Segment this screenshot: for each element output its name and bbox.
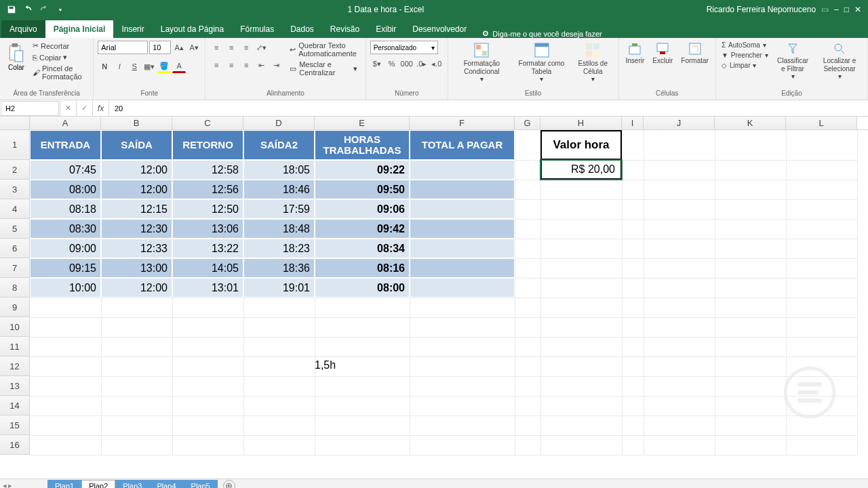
sheet-tab-Plan5[interactable]: Plan5 [184,480,218,489]
cut-button[interactable]: ✂Recortar [31,41,89,51]
cell-B6[interactable]: 12:33 [101,239,172,258]
cell-A6[interactable]: 09:00 [30,239,101,258]
cell-H2[interactable]: R$ 20,00 [540,160,622,180]
col-header-J[interactable]: J [644,117,715,129]
row-header-1[interactable]: 1 [0,130,30,160]
row-header-3[interactable]: 3 [0,180,30,199]
grow-font-icon[interactable]: A▴ [172,41,186,54]
col-header-F[interactable]: F [410,117,515,129]
cell-D8[interactable]: 19:01 [243,278,315,298]
tab-home[interactable]: Página Inicial [45,20,114,38]
cell-E4[interactable]: 09:06 [315,199,410,219]
close-icon[interactable]: ✕ [854,5,861,14]
italic-button[interactable]: I [113,60,126,73]
cell-C7[interactable]: 14:05 [172,258,243,278]
cell-A2[interactable]: 07:45 [30,160,101,180]
cell-C8[interactable]: 13:01 [172,278,243,298]
font-color-button[interactable]: A [172,60,186,73]
cell-F7[interactable] [410,258,515,278]
wrap-text-button[interactable]: ↩Quebrar Texto Automaticamente [285,41,361,58]
row-header-14[interactable]: 14 [0,396,30,415]
tab-layout[interactable]: Layout da Página [153,20,232,38]
cell-E2[interactable]: 09:22 [315,160,410,180]
paste-button[interactable]: Colar [4,41,28,88]
undo-icon[interactable] [22,3,34,16]
align-center-icon[interactable]: ≡ [224,58,238,72]
cell-E7[interactable]: 08:16 [315,258,410,278]
fill-button[interactable]: ▼Preencher ▾ [720,51,770,60]
delete-cells-button[interactable]: Excluir [650,41,675,88]
cell-C2[interactable]: 12:58 [172,160,243,180]
table-header-cell[interactable]: RETORNO [172,130,243,160]
merge-button[interactable]: ▭Mesclar e Centralizar ▾ [285,60,361,77]
add-sheet-button[interactable]: ⊕ [223,480,235,489]
tab-formulas[interactable]: Fórmulas [232,20,282,38]
cell-D5[interactable]: 18:48 [243,219,315,239]
sheet-next-icon[interactable]: ▸ [8,481,12,488]
indent-increase-icon[interactable]: ⇥ [269,58,283,72]
valor-hora-label[interactable]: Valor hora [540,130,622,160]
row-header-11[interactable]: 11 [0,337,30,357]
copy-button[interactable]: ⎘Copiar ▾ [31,52,89,62]
fill-color-button[interactable]: 🪣 [157,60,171,73]
cell-B3[interactable]: 12:00 [101,180,172,199]
cell-F6[interactable] [410,239,515,258]
paint-button[interactable]: 🖌Pincel de Formatação [31,64,89,81]
tab-dev[interactable]: Desenvolvedor [404,20,475,38]
sheet-tab-Plan4[interactable]: Plan4 [149,480,183,489]
cell-C6[interactable]: 13:22 [172,239,243,258]
find-select-button[interactable]: Localizar e Selecionar▾ [816,41,863,88]
tell-me-search[interactable]: Diga-me o que você deseja fazer [475,30,608,38]
cell-styles-button[interactable]: Estilos de Célula▾ [572,41,614,88]
cell-E6[interactable]: 08:34 [315,239,410,258]
cell-A3[interactable]: 08:00 [30,180,101,199]
cell-E12[interactable]: 1,5h [315,359,336,371]
align-top-icon[interactable]: ≡ [210,41,223,54]
row-header-13[interactable]: 13 [0,376,30,396]
col-header-A[interactable]: A [30,117,101,129]
cell-A7[interactable]: 09:15 [30,258,101,278]
border-button[interactable]: ▦▾ [142,60,156,73]
cell-E5[interactable]: 09:42 [315,219,410,239]
cell-F2[interactable] [410,160,515,180]
row-header-5[interactable]: 5 [0,219,30,239]
qat-customize-icon[interactable]: ▾ [54,3,66,16]
col-header-E[interactable]: E [315,117,410,129]
tab-view[interactable]: Exibir [368,20,404,38]
sort-filter-button[interactable]: Classificar e Filtrar▾ [772,41,813,88]
table-header-cell[interactable]: SAÍDA2 [243,130,315,160]
align-right-icon[interactable]: ≡ [239,58,253,72]
row-header-10[interactable]: 10 [0,317,30,337]
col-header-G[interactable]: G [515,117,540,129]
save-icon[interactable] [5,3,18,16]
cell-A4[interactable]: 08:18 [30,199,101,219]
col-header-B[interactable]: B [101,117,172,129]
row-header-6[interactable]: 6 [0,239,30,258]
minimize-icon[interactable]: – [834,5,839,14]
cell-D4[interactable]: 17:59 [243,199,315,219]
cancel-formula-icon[interactable]: ✕ [60,101,77,116]
col-header-C[interactable]: C [172,117,243,129]
cell-D2[interactable]: 18:05 [243,160,315,180]
maximize-icon[interactable]: □ [844,5,849,14]
sheet-tab-Plan2[interactable]: Plan2 [81,480,115,489]
table-header-cell[interactable]: ENTRADA [30,130,101,160]
row-header-4[interactable]: 4 [0,199,30,219]
cell-D6[interactable]: 18:23 [243,239,315,258]
font-size-select[interactable] [149,41,171,54]
cell-C5[interactable]: 13:06 [172,219,243,239]
tab-insert[interactable]: Inserir [113,20,152,38]
cell-C4[interactable]: 12:50 [172,199,243,219]
table-format-button[interactable]: Formatar como Tabela▾ [514,41,569,88]
cell-E8[interactable]: 08:00 [315,278,410,298]
enter-formula-icon[interactable]: ✓ [77,101,93,116]
row-header-12[interactable]: 12 [0,357,30,376]
decrease-decimal-icon[interactable]: ◂.0 [430,57,443,70]
shrink-font-icon[interactable]: A▾ [187,41,201,54]
cell-C3[interactable]: 12:56 [172,180,243,199]
row-header-2[interactable]: 2 [0,160,30,180]
row-header-16[interactable]: 16 [0,435,30,455]
select-all-corner[interactable] [0,117,30,129]
tab-review[interactable]: Revisão [322,20,368,38]
col-header-L[interactable]: L [786,117,857,129]
